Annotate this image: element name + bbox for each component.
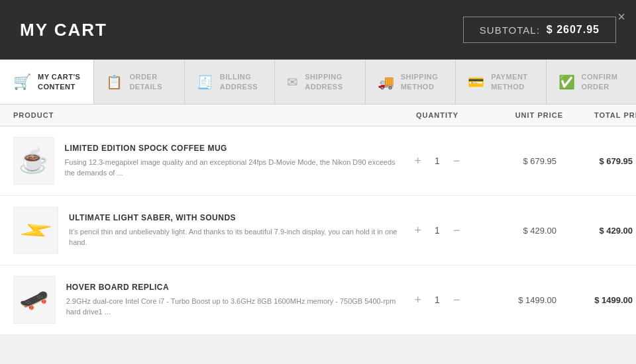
col-product: PRODUCT <box>13 111 398 119</box>
step-billing-address[interactable]: 🧾 BILLING ADDRESS <box>185 60 275 104</box>
qty-value-0: 1 <box>431 156 444 166</box>
step-order-details[interactable]: 📋 ORDER DETAILS <box>94 60 184 104</box>
header: MY CART SUBTOTAL: $ 2607.95 × <box>0 0 636 60</box>
product-cell-1: ⚡ ULTIMATE LIGHT SABER, WITH SOUNDS It's… <box>13 206 398 254</box>
col-total-price: TOTAL PRICE <box>563 111 636 119</box>
qty-cell-1: + 1 − <box>398 224 477 238</box>
table-row: ⚡ ULTIMATE LIGHT SABER, WITH SOUNDS It's… <box>0 196 636 265</box>
billing-address-icon: 🧾 <box>197 74 213 90</box>
subtotal-label: SUBTOTAL: <box>480 24 540 36</box>
total-price-0: $ 679.95 <box>599 156 633 166</box>
close-button[interactable]: × <box>617 9 625 24</box>
qty-cell-2: + 1 − <box>398 293 477 307</box>
qty-increase-2[interactable]: + <box>411 293 424 307</box>
page-title: MY CART <box>20 20 107 40</box>
step-shipping-method[interactable]: 🚚 SHIPPING METHOD <box>366 60 456 104</box>
confirm-order-icon: ✅ <box>558 74 575 90</box>
step-shipping-address[interactable]: ✉ SHIPPING ADDRESS <box>275 60 365 104</box>
step-payment-method[interactable]: 💳 PAYMENT METHOD <box>456 60 546 104</box>
shipping-method-icon: 🚚 <box>378 74 394 90</box>
qty-value-2: 1 <box>431 295 444 305</box>
unit-price-1: $ 429.00 <box>477 226 563 236</box>
total-cell-1: $ 429.00 ✕ <box>563 224 636 237</box>
product-name-1: ULTIMATE LIGHT SABER, WITH SOUNDS <box>69 213 398 222</box>
product-image-0: ☕ <box>13 137 54 185</box>
col-quantity: QUANTITY <box>398 111 477 119</box>
table-row: ☕ LIMITED EDITION SPOCK COFFEE MUG Fusin… <box>0 126 636 196</box>
qty-increase-0[interactable]: + <box>411 154 424 168</box>
step-shipping-method-label: SHIPPING METHOD <box>401 72 439 91</box>
step-cart-label: MY CART'S CONTENT <box>38 72 80 91</box>
shipping-address-icon: ✉ <box>287 74 298 90</box>
qty-cell-0: + 1 − <box>398 154 477 168</box>
product-name-2: HOVER BOARD REPLICA <box>66 283 398 292</box>
product-desc-1: It's pencil thin and unbelievably light.… <box>69 226 398 248</box>
qty-decrease-1[interactable]: − <box>450 224 463 238</box>
table-row: 🛹 HOVER BOARD REPLICA 2.9GHz dual-core I… <box>0 265 636 335</box>
qty-increase-1[interactable]: + <box>411 224 424 238</box>
order-details-icon: 📋 <box>106 74 123 90</box>
subtotal-amount: $ 2607.95 <box>547 24 600 36</box>
cart-items-list: ☕ LIMITED EDITION SPOCK COFFEE MUG Fusin… <box>0 126 636 335</box>
qty-value-1: 1 <box>431 225 444 236</box>
product-info-2: HOVER BOARD REPLICA 2.9GHz dual-core Int… <box>66 283 398 318</box>
step-payment-method-label: PAYMENT METHOD <box>491 72 527 91</box>
step-billing-address-label: BILLING ADDRESS <box>220 72 258 91</box>
step-order-details-label: ORDER DETAILS <box>129 72 162 91</box>
subtotal-box: SUBTOTAL: $ 2607.95 <box>463 17 616 43</box>
step-cart[interactable]: 🛒 MY CART'S CONTENT <box>0 60 94 104</box>
product-image-1: ⚡ <box>13 206 58 254</box>
payment-method-icon: 💳 <box>468 74 484 90</box>
unit-price-2: $ 1499.00 <box>477 295 563 305</box>
qty-decrease-2[interactable]: − <box>450 293 463 307</box>
table-header: PRODUCT QUANTITY UNIT PRICE TOTAL PRICE <box>0 105 636 126</box>
checkout-steps: 🛒 MY CART'S CONTENT 📋 ORDER DETAILS 🧾 BI… <box>0 60 636 105</box>
step-confirm-order[interactable]: ✅ CONFIRM ORDER <box>547 60 636 104</box>
product-cell-0: ☕ LIMITED EDITION SPOCK COFFEE MUG Fusin… <box>13 137 398 185</box>
product-cell-2: 🛹 HOVER BOARD REPLICA 2.9GHz dual-core I… <box>13 276 398 324</box>
step-confirm-order-label: CONFIRM ORDER <box>582 72 618 91</box>
total-price-2: $ 1499.00 <box>594 295 633 305</box>
product-desc-2: 2.9GHz dual-core Intel Core i7 - Turbo B… <box>66 296 398 318</box>
product-image-2: 🛹 <box>13 276 56 324</box>
qty-decrease-0[interactable]: − <box>450 154 463 168</box>
product-info-1: ULTIMATE LIGHT SABER, WITH SOUNDS It's p… <box>69 213 398 248</box>
unit-price-0: $ 679.95 <box>477 156 563 166</box>
product-name-0: LIMITED EDITION SPOCK COFFEE MUG <box>65 144 398 153</box>
total-cell-0: $ 679.95 ✕ <box>563 155 636 167</box>
product-info-0: LIMITED EDITION SPOCK COFFEE MUG Fusing … <box>65 144 398 179</box>
total-cell-2: $ 1499.00 ✕ <box>563 294 636 306</box>
cart-icon: 🛒 <box>13 73 31 91</box>
total-price-1: $ 429.00 <box>599 226 633 236</box>
product-desc-0: Fusing 12.3-megapixel image quality and … <box>65 157 398 179</box>
col-unit-price: UNIT PRICE <box>477 111 563 119</box>
step-shipping-address-label: SHIPPING ADDRESS <box>305 72 343 91</box>
